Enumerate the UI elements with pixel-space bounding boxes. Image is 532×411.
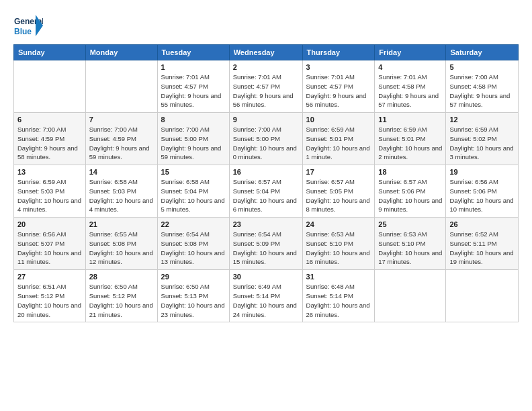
calendar-cell: 30Sunrise: 6:49 AM Sunset: 5:14 PM Dayli…: [229, 270, 302, 322]
day-info: Sunrise: 7:00 AM Sunset: 4:59 PM Dayligh…: [17, 125, 82, 162]
day-number: 18: [378, 168, 442, 176]
calendar-cell: 16Sunrise: 6:57 AM Sunset: 5:04 PM Dayli…: [229, 165, 302, 218]
calendar-cell: 26Sunrise: 6:52 AM Sunset: 5:11 PM Dayli…: [446, 218, 519, 270]
day-number: 13: [17, 168, 82, 176]
calendar-cell: 25Sunrise: 6:53 AM Sunset: 5:10 PM Dayli…: [375, 218, 446, 270]
day-info: Sunrise: 6:57 AM Sunset: 5:04 PM Dayligh…: [233, 177, 299, 214]
day-number: 3: [306, 63, 371, 71]
day-number: 15: [161, 168, 226, 176]
day-info: Sunrise: 6:53 AM Sunset: 5:10 PM Dayligh…: [378, 230, 442, 267]
weekday-header: Tuesday: [157, 45, 229, 60]
day-number: 12: [449, 116, 515, 124]
day-number: 2: [233, 63, 299, 71]
calendar-cell: 14Sunrise: 6:58 AM Sunset: 5:03 PM Dayli…: [85, 165, 157, 218]
logo-svg: GeneralBlue: [13, 12, 43, 39]
day-number: 14: [89, 168, 154, 176]
weekday-header: Wednesday: [229, 45, 302, 60]
day-info: Sunrise: 6:51 AM Sunset: 5:12 PM Dayligh…: [17, 282, 82, 319]
day-number: 28: [89, 273, 154, 281]
day-number: 7: [89, 116, 154, 124]
day-info: Sunrise: 6:59 AM Sunset: 5:01 PM Dayligh…: [306, 125, 371, 162]
day-info: Sunrise: 7:01 AM Sunset: 4:57 PM Dayligh…: [161, 73, 226, 109]
calendar-cell: 4Sunrise: 7:01 AM Sunset: 4:58 PM Daylig…: [375, 60, 446, 113]
day-info: Sunrise: 6:49 AM Sunset: 5:14 PM Dayligh…: [233, 282, 299, 319]
calendar-cell: 5Sunrise: 7:00 AM Sunset: 4:58 PM Daylig…: [446, 60, 519, 113]
svg-text:Blue: Blue: [14, 27, 32, 36]
calendar-cell: 17Sunrise: 6:57 AM Sunset: 5:05 PM Dayli…: [302, 165, 375, 218]
day-number: 8: [161, 116, 226, 124]
calendar-cell: 9Sunrise: 7:00 AM Sunset: 5:00 PM Daylig…: [229, 113, 302, 165]
weekday-header: Saturday: [446, 45, 519, 60]
weekday-header: Thursday: [302, 45, 375, 60]
day-number: 5: [449, 63, 515, 71]
calendar-week-row: 27Sunrise: 6:51 AM Sunset: 5:12 PM Dayli…: [14, 270, 519, 322]
day-number: 31: [306, 273, 371, 281]
calendar-cell: 1Sunrise: 7:01 AM Sunset: 4:57 PM Daylig…: [157, 60, 229, 113]
day-info: Sunrise: 7:01 AM Sunset: 4:57 PM Dayligh…: [306, 73, 371, 109]
day-info: Sunrise: 6:59 AM Sunset: 5:01 PM Dayligh…: [378, 125, 442, 162]
day-number: 27: [17, 273, 82, 281]
calendar-cell: 18Sunrise: 6:57 AM Sunset: 5:06 PM Dayli…: [375, 165, 446, 218]
calendar-cell: 2Sunrise: 7:01 AM Sunset: 4:57 PM Daylig…: [229, 60, 302, 113]
day-number: 4: [378, 63, 442, 71]
day-info: Sunrise: 7:00 AM Sunset: 4:59 PM Dayligh…: [89, 125, 154, 162]
calendar-cell: 13Sunrise: 6:59 AM Sunset: 5:03 PM Dayli…: [14, 165, 86, 218]
day-number: 25: [378, 220, 442, 228]
day-number: 17: [306, 168, 371, 176]
day-number: 16: [233, 168, 299, 176]
weekday-header: Monday: [85, 45, 157, 60]
calendar-table: SundayMondayTuesdayWednesdayThursdayFrid…: [13, 44, 519, 322]
day-info: Sunrise: 6:53 AM Sunset: 5:10 PM Dayligh…: [306, 230, 371, 267]
calendar-week-row: 20Sunrise: 6:56 AM Sunset: 5:07 PM Dayli…: [14, 218, 519, 270]
calendar-cell: 19Sunrise: 6:56 AM Sunset: 5:06 PM Dayli…: [446, 165, 519, 218]
calendar-cell: 11Sunrise: 6:59 AM Sunset: 5:01 PM Dayli…: [375, 113, 446, 165]
calendar-cell: [85, 60, 157, 113]
header: GeneralBlue: [13, 12, 519, 39]
calendar-cell: 20Sunrise: 6:56 AM Sunset: 5:07 PM Dayli…: [14, 218, 86, 270]
day-info: Sunrise: 6:54 AM Sunset: 5:09 PM Dayligh…: [233, 230, 299, 267]
calendar-cell: 21Sunrise: 6:55 AM Sunset: 5:08 PM Dayli…: [85, 218, 157, 270]
day-info: Sunrise: 6:57 AM Sunset: 5:06 PM Dayligh…: [378, 177, 442, 214]
calendar-week-row: 1Sunrise: 7:01 AM Sunset: 4:57 PM Daylig…: [14, 60, 519, 113]
day-number: 11: [378, 116, 442, 124]
weekday-header: Sunday: [14, 45, 86, 60]
day-number: 26: [449, 220, 515, 228]
day-number: 29: [161, 273, 226, 281]
calendar-cell: 10Sunrise: 6:59 AM Sunset: 5:01 PM Dayli…: [302, 113, 375, 165]
day-number: 22: [161, 220, 226, 228]
calendar-cell: 15Sunrise: 6:58 AM Sunset: 5:04 PM Dayli…: [157, 165, 229, 218]
calendar-cell: [446, 270, 519, 322]
day-number: 24: [306, 220, 371, 228]
calendar-cell: 3Sunrise: 7:01 AM Sunset: 4:57 PM Daylig…: [302, 60, 375, 113]
weekday-header-row: SundayMondayTuesdayWednesdayThursdayFrid…: [14, 45, 519, 60]
day-number: 10: [306, 116, 371, 124]
day-info: Sunrise: 6:48 AM Sunset: 5:14 PM Dayligh…: [306, 282, 371, 319]
day-info: Sunrise: 6:57 AM Sunset: 5:05 PM Dayligh…: [306, 177, 371, 214]
weekday-header: Friday: [375, 45, 446, 60]
calendar-week-row: 6Sunrise: 7:00 AM Sunset: 4:59 PM Daylig…: [14, 113, 519, 165]
calendar-cell: 12Sunrise: 6:59 AM Sunset: 5:02 PM Dayli…: [446, 113, 519, 165]
day-info: Sunrise: 7:01 AM Sunset: 4:57 PM Dayligh…: [233, 73, 299, 109]
page: GeneralBlue SundayMondayTuesdayWednesday…: [0, 0, 532, 411]
day-info: Sunrise: 6:50 AM Sunset: 5:12 PM Dayligh…: [89, 282, 154, 319]
day-info: Sunrise: 6:59 AM Sunset: 5:03 PM Dayligh…: [17, 177, 82, 214]
day-number: 21: [89, 220, 154, 228]
day-info: Sunrise: 6:58 AM Sunset: 5:04 PM Dayligh…: [161, 177, 226, 214]
calendar-cell: 8Sunrise: 7:00 AM Sunset: 5:00 PM Daylig…: [157, 113, 229, 165]
day-number: 6: [17, 116, 82, 124]
day-info: Sunrise: 6:54 AM Sunset: 5:08 PM Dayligh…: [161, 230, 226, 267]
day-info: Sunrise: 6:56 AM Sunset: 5:06 PM Dayligh…: [449, 177, 515, 214]
logo: GeneralBlue: [13, 12, 43, 39]
day-info: Sunrise: 7:00 AM Sunset: 5:00 PM Dayligh…: [161, 125, 226, 162]
calendar-cell: 27Sunrise: 6:51 AM Sunset: 5:12 PM Dayli…: [14, 270, 86, 322]
calendar-cell: 23Sunrise: 6:54 AM Sunset: 5:09 PM Dayli…: [229, 218, 302, 270]
day-number: 1: [161, 63, 226, 71]
day-info: Sunrise: 6:55 AM Sunset: 5:08 PM Dayligh…: [89, 230, 154, 267]
calendar-cell: [375, 270, 446, 322]
day-number: 23: [233, 220, 299, 228]
day-info: Sunrise: 6:50 AM Sunset: 5:13 PM Dayligh…: [161, 282, 226, 319]
day-number: 30: [233, 273, 299, 281]
calendar-cell: 28Sunrise: 6:50 AM Sunset: 5:12 PM Dayli…: [85, 270, 157, 322]
day-info: Sunrise: 6:56 AM Sunset: 5:07 PM Dayligh…: [17, 230, 82, 267]
day-info: Sunrise: 6:59 AM Sunset: 5:02 PM Dayligh…: [449, 125, 515, 162]
